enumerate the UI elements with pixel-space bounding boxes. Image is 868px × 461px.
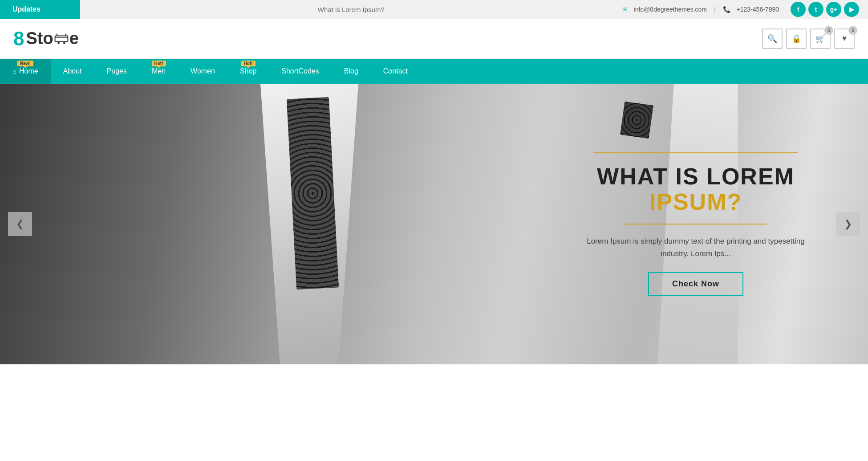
cart-button[interactable]: 0 🛒 [810, 29, 831, 49]
nav-label-blog: Blog [344, 67, 358, 75]
account-button[interactable]: 🔒 [786, 29, 807, 49]
updates-button[interactable]: Updates [0, 0, 80, 19]
nav-label-men: Men [152, 67, 166, 75]
hero-slider: ❮ ❯ WHAT IS LOREM IPSUM? Lorem Ipsum is … [0, 84, 868, 364]
nav-item-shortcodes[interactable]: ShortCodes [269, 59, 332, 84]
nav-item-women[interactable]: Women [178, 59, 227, 84]
nav-item-pages[interactable]: Pages [94, 59, 139, 84]
hero-line-top [593, 152, 798, 153]
nav-label-about: About [63, 67, 82, 75]
nav-item-home[interactable]: New! ⌂ Home [0, 59, 51, 84]
home-icon: ⌂ [12, 68, 16, 75]
logo[interactable]: 8 Sto e [13, 28, 762, 50]
logo-text-sto: Sto [26, 29, 53, 48]
email-icon: ✉ [622, 6, 628, 13]
top-bar-right: ✉ info@8degreethemes.com | 📞 +123-456-78… [622, 2, 868, 17]
nav-label-shortcodes: ShortCodes [281, 67, 319, 75]
google-plus-icon[interactable]: g+ [826, 2, 841, 17]
nav-item-blog[interactable]: Blog [332, 59, 371, 84]
search-icon: 🔍 [767, 34, 777, 44]
phone-icon: 📞 [723, 6, 730, 13]
hero-title-line1: WHAT IS LOREM [576, 164, 816, 189]
hero-title-line2: IPSUM? [576, 189, 816, 215]
nav-item-men[interactable]: Hot! Men [139, 59, 178, 84]
nav-label-contact: Contact [383, 67, 408, 75]
nav-badge-home: New! [17, 61, 33, 66]
nav-item-shop[interactable]: Hot! Shop [227, 59, 269, 84]
chevron-right-icon: ❯ [844, 218, 852, 230]
facebook-icon[interactable]: f [791, 2, 806, 17]
heart-icon: ♥ [842, 34, 847, 43]
slider-next-button[interactable]: ❯ [836, 212, 860, 236]
youtube-icon[interactable]: ▶ [844, 2, 859, 17]
svg-point-3 [63, 42, 65, 44]
nav-label-women: Women [191, 67, 215, 75]
divider: | [714, 6, 716, 13]
email-address[interactable]: info@8degreethemes.com [634, 6, 707, 13]
nav-label-pages: Pages [107, 67, 127, 75]
slider-prev-button[interactable]: ❮ [8, 212, 32, 236]
logo-text-e: e [69, 29, 79, 48]
svg-rect-0 [55, 36, 68, 42]
nav-item-contact[interactable]: Contact [371, 59, 420, 84]
cart-badge: 0 [824, 26, 833, 35]
header-actions: 🔍 🔒 0 🛒 0 ♥ [762, 29, 855, 49]
nav-badge-men: Hot! [152, 61, 166, 66]
nav-item-about[interactable]: About [51, 59, 94, 84]
lock-icon: 🔒 [791, 34, 801, 44]
search-button[interactable]: 🔍 [762, 29, 783, 49]
svg-point-2 [57, 42, 60, 44]
chevron-left-icon: ❮ [16, 218, 24, 230]
hero-description: Lorem Ipsum is simply dummy text of the … [576, 236, 816, 260]
logo-cart-icon [54, 29, 69, 48]
twitter-icon[interactable]: t [808, 2, 823, 17]
wishlist-button[interactable]: 0 ♥ [834, 29, 855, 49]
cart-icon: 🛒 [815, 34, 825, 44]
top-bar: Updates What is Lorem Ipsum? ✉ info@8deg… [0, 0, 868, 19]
logo-number: 8 [13, 28, 24, 50]
navbar: New! ⌂ Home About Pages Hot! Men Women H… [0, 59, 868, 84]
top-bar-center-text: What is Lorem Ipsum? [80, 6, 622, 13]
phone-number[interactable]: +123-456-7890 [737, 6, 779, 13]
nav-badge-shop: Hot! [241, 61, 256, 66]
nav-label-shop: Shop [240, 67, 256, 75]
social-icons-group: f t g+ ▶ [791, 2, 859, 17]
header: 8 Sto e 🔍 🔒 0 🛒 0 ♥ [0, 19, 868, 59]
hero-line-bottom [625, 224, 767, 225]
hero-content: WHAT IS LOREM IPSUM? Lorem Ipsum is simp… [576, 152, 816, 296]
wishlist-badge: 0 [848, 26, 857, 35]
hero-cta-button[interactable]: Check Now [648, 272, 743, 296]
nav-label-home: Home [19, 67, 38, 75]
